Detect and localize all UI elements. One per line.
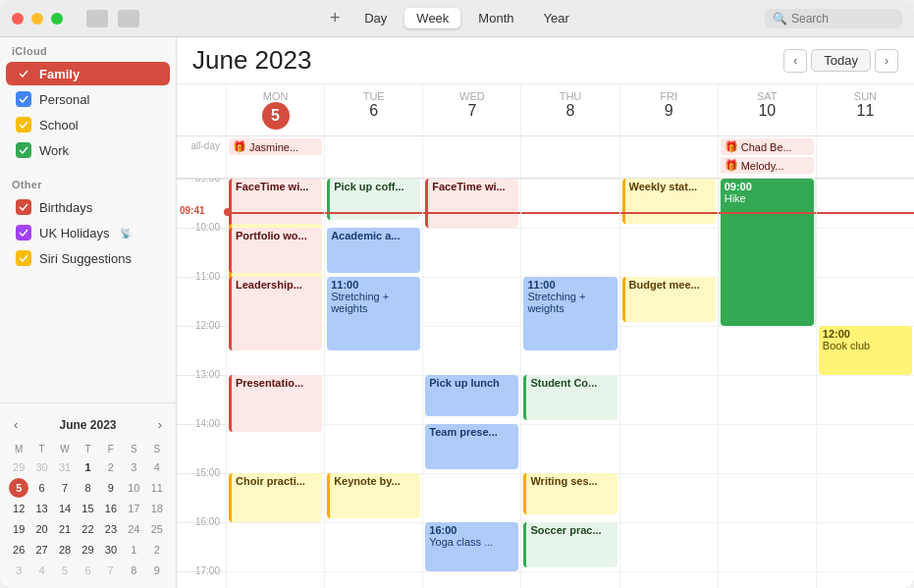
- event-block[interactable]: Budget mee...: [622, 277, 716, 322]
- mini-cal-day[interactable]: 4: [32, 561, 52, 580]
- mini-cal-day[interactable]: 22: [78, 519, 97, 539]
- search-input[interactable]: [791, 12, 894, 26]
- event-block[interactable]: FaceTime wi...: [229, 179, 322, 228]
- mini-cal-day[interactable]: 1: [124, 540, 143, 560]
- dom-label: 6: [325, 102, 422, 120]
- mini-cal-day[interactable]: 25: [147, 519, 167, 539]
- mini-cal-day[interactable]: 8: [78, 478, 97, 498]
- mini-cal-day[interactable]: 24: [124, 519, 143, 539]
- today-button[interactable]: Today: [811, 49, 871, 72]
- dom-badge: 5: [262, 102, 290, 130]
- mini-cal-prev[interactable]: ‹: [10, 415, 22, 434]
- year-view-button[interactable]: Year: [531, 8, 580, 28]
- mini-cal-day[interactable]: 19: [9, 519, 28, 539]
- mini-cal-day[interactable]: 5: [9, 478, 28, 498]
- mini-cal-day[interactable]: 29: [78, 540, 97, 560]
- school-checkbox[interactable]: [16, 117, 31, 133]
- event-block[interactable]: 16:00Yoga class ...: [425, 522, 518, 571]
- mini-cal-day[interactable]: 3: [9, 561, 28, 580]
- mini-cal-day[interactable]: 4: [147, 457, 167, 477]
- close-button[interactable]: [12, 13, 24, 25]
- mini-cal-day[interactable]: 8: [124, 561, 143, 580]
- mini-cal-day[interactable]: 18: [147, 499, 167, 518]
- sidebar-item-personal[interactable]: Personal: [6, 87, 170, 111]
- event-block[interactable]: Soccer prac...: [523, 522, 617, 567]
- uk-holidays-checkbox[interactable]: [16, 225, 31, 241]
- mini-cal-day[interactable]: 7: [55, 478, 75, 498]
- mini-cal-day[interactable]: 31: [55, 457, 75, 477]
- day-slot: [423, 473, 520, 522]
- event-block[interactable]: Keynote by...: [327, 473, 420, 518]
- birthdays-checkbox[interactable]: [16, 199, 31, 215]
- sidebar-item-work[interactable]: Work: [6, 138, 170, 162]
- mini-cal-day[interactable]: 12: [9, 499, 28, 518]
- mini-cal-day[interactable]: 30: [32, 457, 52, 477]
- mini-cal-day[interactable]: 2: [101, 457, 121, 477]
- mini-cal-day[interactable]: 28: [55, 540, 75, 560]
- sidebar-item-birthdays[interactable]: Birthdays: [6, 195, 170, 219]
- personal-checkbox[interactable]: [16, 91, 31, 107]
- sidebar-item-family[interactable]: Family: [6, 62, 170, 85]
- mini-cal-day[interactable]: 17: [124, 499, 143, 518]
- mini-cal-day[interactable]: 5: [55, 561, 75, 580]
- sidebar-item-siri[interactable]: Siri Suggestions: [6, 246, 170, 270]
- day-slot: [620, 473, 718, 522]
- event-block[interactable]: Portfolio wo...: [229, 228, 322, 273]
- mini-cal-day[interactable]: 1: [78, 457, 97, 477]
- cal-next-button[interactable]: ›: [875, 49, 898, 73]
- add-event-button[interactable]: +: [323, 7, 347, 30]
- mini-cal-day[interactable]: 21: [55, 519, 75, 539]
- minimize-button[interactable]: [31, 13, 43, 25]
- mini-cal-day[interactable]: 30: [101, 540, 121, 560]
- mini-cal-day[interactable]: 27: [32, 540, 52, 560]
- mini-cal-day[interactable]: 3: [124, 457, 143, 477]
- mini-cal-day[interactable]: 2: [147, 540, 167, 560]
- cal-prev-button[interactable]: ‹: [783, 49, 807, 73]
- event-block[interactable]: Pick up lunch: [425, 375, 518, 416]
- allday-event[interactable]: 🎁Chad Be...: [721, 138, 814, 155]
- event-block[interactable]: 12:00Book club: [819, 326, 912, 375]
- event-block[interactable]: 11:00Stretching +weights: [327, 277, 420, 350]
- event-block[interactable]: Choir practi...: [229, 473, 322, 522]
- mini-cal-day[interactable]: 6: [78, 561, 97, 580]
- event-block[interactable]: FaceTime wi...: [425, 179, 518, 228]
- allday-event[interactable]: 🎁Jasmine...: [229, 138, 322, 155]
- event-block[interactable]: 09:00Hike: [721, 179, 814, 326]
- mini-cal-day[interactable]: 9: [101, 478, 121, 498]
- event-block[interactable]: Presentatio...: [229, 375, 322, 432]
- mini-cal-day[interactable]: 11: [147, 478, 167, 498]
- allday-event[interactable]: 🎁Melody...: [721, 157, 814, 174]
- week-view-button[interactable]: Week: [404, 8, 460, 28]
- mini-cal-day[interactable]: 15: [78, 499, 97, 518]
- event-block[interactable]: Weekly stat...: [622, 179, 716, 224]
- mini-cal-day[interactable]: 13: [32, 499, 52, 518]
- event-block[interactable]: Writing ses...: [523, 473, 617, 514]
- event-block[interactable]: 11:00Stretching +weights: [523, 277, 617, 350]
- mini-cal-day[interactable]: 10: [124, 478, 143, 498]
- event-block[interactable]: Student Co...: [523, 375, 617, 420]
- mini-cal-day[interactable]: 14: [55, 499, 75, 518]
- mini-cal-day[interactable]: 20: [32, 519, 52, 539]
- sidebar-item-school[interactable]: School: [6, 113, 170, 136]
- event-block[interactable]: Team prese...: [425, 424, 518, 469]
- month-view-button[interactable]: Month: [466, 8, 525, 28]
- event-block[interactable]: Leadership...: [229, 277, 322, 350]
- sidebar-toggle-icon[interactable]: [86, 10, 108, 27]
- sidebar-item-uk-holidays[interactable]: UK Holidays 📡: [6, 221, 170, 244]
- mail-icon[interactable]: [118, 10, 139, 27]
- siri-checkbox[interactable]: [16, 250, 31, 266]
- mini-cal-day[interactable]: 9: [147, 561, 167, 580]
- family-checkbox[interactable]: [16, 66, 31, 81]
- mini-cal-next[interactable]: ›: [154, 415, 166, 434]
- event-block[interactable]: Academic a...: [327, 228, 420, 273]
- work-checkbox[interactable]: [16, 142, 31, 158]
- maximize-button[interactable]: [51, 13, 63, 25]
- mini-cal-day[interactable]: 7: [101, 561, 121, 580]
- event-title-line: 11:00: [527, 279, 613, 291]
- mini-cal-day[interactable]: 26: [9, 540, 28, 560]
- day-view-button[interactable]: Day: [352, 8, 399, 28]
- mini-cal-day[interactable]: 23: [101, 519, 121, 539]
- mini-cal-day[interactable]: 16: [101, 499, 121, 518]
- mini-cal-day[interactable]: 29: [9, 457, 28, 477]
- mini-cal-day[interactable]: 6: [32, 478, 52, 498]
